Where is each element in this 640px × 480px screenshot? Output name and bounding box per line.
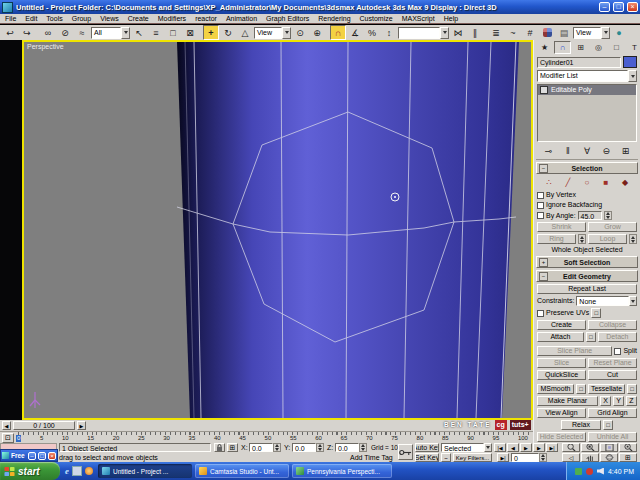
menu-item[interactable]: Views <box>99 15 120 22</box>
perspective-viewport[interactable]: Perspective <box>22 40 533 420</box>
selection-filter-dropdown[interactable]: All <box>91 27 130 39</box>
show-end-result-icon[interactable]: ‖ <box>560 144 575 157</box>
taskbar-task-pennsylvania[interactable]: Pennsylvania Perspecti... <box>292 464 392 478</box>
show-desktop-icon[interactable] <box>72 466 82 476</box>
coord-system-dropdown[interactable]: View <box>254 27 291 39</box>
hide-selected-button[interactable]: Hide Selected <box>537 432 586 442</box>
x-coordinate-field[interactable]: 0.0 <box>249 443 273 452</box>
select-move-icon[interactable]: + <box>203 25 219 40</box>
min-max-toggle-icon[interactable]: ⊞ <box>619 453 637 462</box>
previous-frame-icon[interactable]: ◀ <box>507 443 519 452</box>
unhide-all-button[interactable]: Unhide All <box>588 432 637 442</box>
border-mode-icon[interactable]: ○ <box>580 176 595 189</box>
align-icon[interactable]: ∥ <box>467 25 483 40</box>
time-slider-left-icon[interactable]: ◀ <box>2 421 11 430</box>
angle-snap-icon[interactable]: ∡ <box>347 25 363 40</box>
render-type-dropdown[interactable]: View <box>573 27 610 39</box>
set-key-button[interactable]: Set Key <box>415 453 439 462</box>
overlay-minimize-button[interactable]: – <box>28 452 36 460</box>
next-frame-icon[interactable]: ▶ <box>533 443 545 452</box>
absolute-offset-toggle-icon[interactable]: ⊞ <box>227 443 238 452</box>
menu-item[interactable]: Modifiers <box>157 15 187 22</box>
arc-rotate-icon[interactable] <box>600 453 618 462</box>
menu-item[interactable]: reactor <box>194 15 218 22</box>
attach-button[interactable]: Attach <box>537 332 584 342</box>
constraints-dropdown[interactable]: None <box>576 296 637 306</box>
edge-mode-icon[interactable]: ╱ <box>561 176 576 189</box>
tab-motion[interactable]: ◎ <box>590 41 607 54</box>
layer-manager-icon[interactable]: ≣ <box>488 25 504 40</box>
make-unique-icon[interactable]: ∀ <box>580 144 595 157</box>
create-button[interactable]: Create <box>537 320 586 330</box>
material-editor-icon[interactable] <box>539 25 555 40</box>
polygon-mode-icon[interactable]: ■ <box>599 176 614 189</box>
loop-button[interactable]: Loop <box>588 234 627 244</box>
snaps-toggle-icon[interactable]: ∩ <box>330 25 346 40</box>
new-key-settings-icon[interactable]: ~ <box>441 453 451 462</box>
named-selection-dropdown[interactable] <box>398 27 449 39</box>
configure-modifier-icon[interactable]: ⊞ <box>618 144 633 157</box>
tray-red-icon[interactable] <box>586 468 593 475</box>
msmooth-button[interactable]: MSmooth <box>537 384 574 394</box>
make-planar-button[interactable]: Make Planar <box>537 396 598 406</box>
spinner-snap-icon[interactable]: ↕ <box>381 25 397 40</box>
loop-spinner[interactable] <box>629 234 637 244</box>
zoom-extents-all-icon[interactable] <box>619 443 637 452</box>
edit-geometry-rollout-header[interactable]: −Edit Geometry <box>536 270 638 282</box>
schematic-view-icon[interactable]: # <box>522 25 538 40</box>
tab-hierarchy[interactable]: ⊞ <box>572 41 589 54</box>
select-scale-icon[interactable]: △ <box>237 25 253 40</box>
menu-item[interactable]: Edit <box>24 15 38 22</box>
quickslice-button[interactable]: QuickSlice <box>537 370 586 380</box>
relax-button[interactable]: Relax <box>561 420 601 430</box>
selection-rollout-header[interactable]: −Selection <box>536 162 638 174</box>
taskbar-task-3dsmax[interactable]: Untitled - Project ... <box>98 464 192 478</box>
select-by-name-icon[interactable]: ≡ <box>148 25 164 40</box>
menu-item[interactable]: Rendering <box>317 15 351 22</box>
tab-create[interactable]: ★ <box>536 41 553 54</box>
time-slider-handle[interactable]: 0 / 100 <box>13 421 75 430</box>
menu-item[interactable]: File <box>4 15 17 22</box>
element-mode-icon[interactable]: ◆ <box>618 176 633 189</box>
object-name-field[interactable]: Cylinder01 <box>537 57 621 68</box>
field-of-view-icon[interactable]: ◁ <box>562 453 580 462</box>
ring-spinner[interactable] <box>578 234 586 244</box>
select-object-icon[interactable]: ↖ <box>131 25 147 40</box>
start-button[interactable]: start <box>0 462 60 480</box>
shrink-button[interactable]: Shrink <box>537 222 586 232</box>
soft-selection-rollout-header[interactable]: +Soft Selection <box>536 256 638 268</box>
quick-render-icon[interactable]: ● <box>611 25 627 40</box>
pin-stack-icon[interactable]: ⊸ <box>541 144 556 157</box>
attach-settings-icon[interactable]: □ <box>586 332 596 342</box>
collapse-button[interactable]: Collapse <box>588 320 637 330</box>
planar-x-button[interactable]: X <box>600 396 611 406</box>
stack-item-editable-poly[interactable]: Editable Poly <box>538 85 636 95</box>
rect-selection-region-icon[interactable]: □ <box>165 25 181 40</box>
menu-item[interactable]: Animation <box>225 15 258 22</box>
taskbar-clock[interactable]: 4:40 PM <box>608 468 634 475</box>
tab-utilities[interactable]: T <box>626 41 640 54</box>
tab-display[interactable]: □ <box>608 41 625 54</box>
slice-plane-button[interactable]: Slice Plane <box>537 346 612 356</box>
current-frame-field[interactable]: 0 <box>511 453 539 462</box>
overlay-maximize-button[interactable]: □ <box>38 452 46 460</box>
set-keys-key-icon[interactable] <box>398 444 413 460</box>
tessellate-settings-icon[interactable]: □ <box>627 384 637 394</box>
viewport-label[interactable]: Perspective <box>27 43 64 50</box>
zoom-icon[interactable] <box>562 443 580 452</box>
remove-modifier-icon[interactable]: ⊖ <box>599 144 614 157</box>
minimize-button[interactable]: – <box>599 2 610 12</box>
overlay-close-button[interactable]: × <box>48 452 56 460</box>
select-link-icon[interactable]: ∞ <box>40 25 56 40</box>
selection-lock-icon[interactable] <box>214 443 225 452</box>
z-spinner[interactable] <box>359 443 367 452</box>
percent-snap-icon[interactable]: % <box>364 25 380 40</box>
planar-y-button[interactable]: Y <box>613 396 624 406</box>
go-to-end-icon[interactable]: ▶| <box>546 443 558 452</box>
tray-volume-icon[interactable] <box>597 468 604 475</box>
vertex-mode-icon[interactable]: ∴ <box>542 176 557 189</box>
menu-item[interactable]: Group <box>71 15 92 22</box>
ring-button[interactable]: Ring <box>537 234 576 244</box>
menu-item[interactable]: Tools <box>45 15 63 22</box>
reset-plane-button[interactable]: Reset Plane <box>588 358 637 368</box>
